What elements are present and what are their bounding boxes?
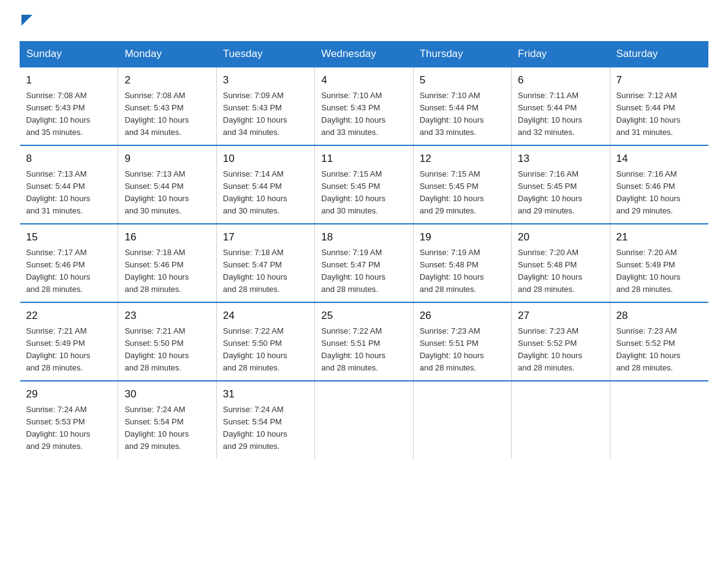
day-number: 2: [124, 72, 210, 88]
calendar-cell: 12Sunrise: 7:15 AMSunset: 5:45 PMDayligh…: [413, 145, 511, 224]
day-number: 31: [223, 386, 308, 402]
day-number: 14: [616, 151, 702, 167]
header-tuesday: Tuesday: [216, 42, 314, 67]
day-info: Sunrise: 7:13 AMSunset: 5:44 PMDaylight:…: [26, 168, 112, 218]
header-saturday: Saturday: [610, 42, 708, 67]
calendar-cell: 6Sunrise: 7:11 AMSunset: 5:44 PMDaylight…: [512, 67, 610, 145]
logo: [20, 15, 32, 29]
calendar-cell: [512, 381, 610, 459]
day-number: 15: [26, 229, 112, 245]
calendar-cell: 14Sunrise: 7:16 AMSunset: 5:46 PMDayligh…: [610, 145, 708, 224]
day-number: 26: [420, 308, 505, 324]
calendar-table: SundayMondayTuesdayWednesdayThursdayFrid…: [20, 41, 708, 459]
calendar-cell: 8Sunrise: 7:13 AMSunset: 5:44 PMDaylight…: [20, 145, 118, 224]
header-wednesday: Wednesday: [315, 42, 413, 67]
calendar-header-row: SundayMondayTuesdayWednesdayThursdayFrid…: [20, 42, 708, 67]
day-number: 12: [420, 151, 505, 167]
calendar-cell: 4Sunrise: 7:10 AMSunset: 5:43 PMDaylight…: [315, 67, 413, 145]
day-info: Sunrise: 7:11 AMSunset: 5:44 PMDaylight:…: [518, 90, 603, 139]
day-info: Sunrise: 7:16 AMSunset: 5:46 PMDaylight:…: [616, 168, 702, 218]
day-number: 27: [518, 308, 603, 324]
calendar-cell: 27Sunrise: 7:23 AMSunset: 5:52 PMDayligh…: [512, 302, 610, 381]
week-row-3: 15Sunrise: 7:17 AMSunset: 5:46 PMDayligh…: [20, 224, 708, 302]
week-row-2: 8Sunrise: 7:13 AMSunset: 5:44 PMDaylight…: [20, 145, 708, 224]
calendar-cell: 5Sunrise: 7:10 AMSunset: 5:44 PMDaylight…: [413, 67, 511, 145]
header-thursday: Thursday: [413, 42, 511, 67]
calendar-cell: 7Sunrise: 7:12 AMSunset: 5:44 PMDaylight…: [610, 67, 708, 145]
header: [20, 15, 708, 29]
day-info: Sunrise: 7:22 AMSunset: 5:50 PMDaylight:…: [223, 325, 308, 375]
day-info: Sunrise: 7:08 AMSunset: 5:43 PMDaylight:…: [124, 90, 210, 139]
calendar-cell: 19Sunrise: 7:19 AMSunset: 5:48 PMDayligh…: [413, 224, 511, 302]
day-number: 30: [124, 386, 210, 402]
day-info: Sunrise: 7:21 AMSunset: 5:49 PMDaylight:…: [26, 325, 112, 375]
day-info: Sunrise: 7:24 AMSunset: 5:54 PMDaylight:…: [124, 404, 210, 453]
day-info: Sunrise: 7:20 AMSunset: 5:48 PMDaylight:…: [518, 247, 603, 296]
day-info: Sunrise: 7:15 AMSunset: 5:45 PMDaylight:…: [321, 168, 406, 218]
day-number: 25: [321, 308, 406, 324]
calendar-cell: 2Sunrise: 7:08 AMSunset: 5:43 PMDaylight…: [118, 67, 216, 145]
calendar-cell: 24Sunrise: 7:22 AMSunset: 5:50 PMDayligh…: [216, 302, 314, 381]
day-info: Sunrise: 7:20 AMSunset: 5:49 PMDaylight:…: [616, 247, 702, 296]
calendar-cell: [315, 381, 413, 459]
day-number: 8: [26, 151, 112, 167]
header-monday: Monday: [118, 42, 216, 67]
day-info: Sunrise: 7:18 AMSunset: 5:47 PMDaylight:…: [223, 247, 308, 296]
day-info: Sunrise: 7:17 AMSunset: 5:46 PMDaylight:…: [26, 247, 112, 296]
calendar-cell: [413, 381, 511, 459]
calendar-cell: 10Sunrise: 7:14 AMSunset: 5:44 PMDayligh…: [216, 145, 314, 224]
calendar-cell: 22Sunrise: 7:21 AMSunset: 5:49 PMDayligh…: [20, 302, 118, 381]
day-number: 5: [420, 72, 505, 88]
calendar-cell: 15Sunrise: 7:17 AMSunset: 5:46 PMDayligh…: [20, 224, 118, 302]
calendar-cell: 13Sunrise: 7:16 AMSunset: 5:45 PMDayligh…: [512, 145, 610, 224]
calendar-cell: 23Sunrise: 7:21 AMSunset: 5:50 PMDayligh…: [118, 302, 216, 381]
day-info: Sunrise: 7:16 AMSunset: 5:45 PMDaylight:…: [518, 168, 603, 218]
day-info: Sunrise: 7:15 AMSunset: 5:45 PMDaylight:…: [420, 168, 505, 218]
calendar-cell: 31Sunrise: 7:24 AMSunset: 5:54 PMDayligh…: [216, 381, 314, 459]
day-number: 21: [616, 229, 702, 245]
calendar-cell: 1Sunrise: 7:08 AMSunset: 5:43 PMDaylight…: [20, 67, 118, 145]
day-info: Sunrise: 7:23 AMSunset: 5:52 PMDaylight:…: [616, 325, 702, 375]
calendar-cell: 11Sunrise: 7:15 AMSunset: 5:45 PMDayligh…: [315, 145, 413, 224]
day-number: 28: [616, 308, 702, 324]
day-number: 9: [124, 151, 210, 167]
day-number: 17: [223, 229, 308, 245]
calendar-cell: 18Sunrise: 7:19 AMSunset: 5:47 PMDayligh…: [315, 224, 413, 302]
calendar-cell: 30Sunrise: 7:24 AMSunset: 5:54 PMDayligh…: [118, 381, 216, 459]
calendar-cell: 20Sunrise: 7:20 AMSunset: 5:48 PMDayligh…: [512, 224, 610, 302]
day-info: Sunrise: 7:22 AMSunset: 5:51 PMDaylight:…: [321, 325, 406, 375]
day-number: 22: [26, 308, 112, 324]
day-number: 24: [223, 308, 308, 324]
day-number: 19: [420, 229, 505, 245]
day-info: Sunrise: 7:19 AMSunset: 5:48 PMDaylight:…: [420, 247, 505, 296]
week-row-1: 1Sunrise: 7:08 AMSunset: 5:43 PMDaylight…: [20, 67, 708, 145]
day-number: 6: [518, 72, 603, 88]
header-friday: Friday: [512, 42, 610, 67]
day-number: 7: [616, 72, 702, 88]
calendar-cell: 28Sunrise: 7:23 AMSunset: 5:52 PMDayligh…: [610, 302, 708, 381]
day-number: 1: [26, 72, 112, 88]
day-info: Sunrise: 7:18 AMSunset: 5:46 PMDaylight:…: [124, 247, 210, 296]
day-number: 23: [124, 308, 210, 324]
day-number: 4: [321, 72, 406, 88]
day-number: 3: [223, 72, 308, 88]
header-sunday: Sunday: [20, 42, 118, 67]
day-info: Sunrise: 7:08 AMSunset: 5:43 PMDaylight:…: [26, 90, 112, 139]
calendar-cell: 3Sunrise: 7:09 AMSunset: 5:43 PMDaylight…: [216, 67, 314, 145]
day-number: 11: [321, 151, 406, 167]
day-info: Sunrise: 7:24 AMSunset: 5:54 PMDaylight:…: [223, 404, 308, 453]
day-info: Sunrise: 7:14 AMSunset: 5:44 PMDaylight:…: [223, 168, 308, 218]
day-number: 29: [26, 386, 112, 402]
calendar-cell: 9Sunrise: 7:13 AMSunset: 5:44 PMDaylight…: [118, 145, 216, 224]
calendar-cell: 26Sunrise: 7:23 AMSunset: 5:51 PMDayligh…: [413, 302, 511, 381]
calendar-cell: [610, 381, 708, 459]
day-number: 10: [223, 151, 308, 167]
day-info: Sunrise: 7:23 AMSunset: 5:52 PMDaylight:…: [518, 325, 603, 375]
day-number: 18: [321, 229, 406, 245]
calendar-cell: 29Sunrise: 7:24 AMSunset: 5:53 PMDayligh…: [20, 381, 118, 459]
day-info: Sunrise: 7:23 AMSunset: 5:51 PMDaylight:…: [420, 325, 505, 375]
day-info: Sunrise: 7:19 AMSunset: 5:47 PMDaylight:…: [321, 247, 406, 296]
day-number: 13: [518, 151, 603, 167]
day-info: Sunrise: 7:10 AMSunset: 5:44 PMDaylight:…: [420, 90, 505, 139]
week-row-4: 22Sunrise: 7:21 AMSunset: 5:49 PMDayligh…: [20, 302, 708, 381]
